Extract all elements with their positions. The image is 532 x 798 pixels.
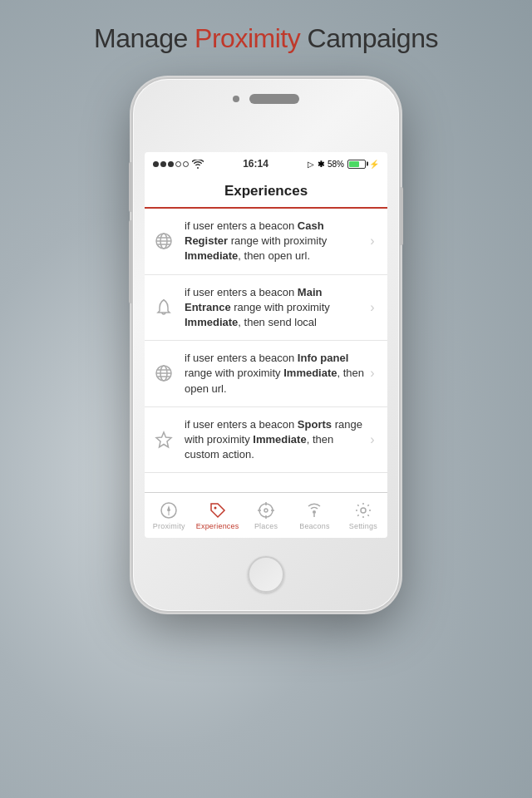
nav-title: Experiences (224, 183, 308, 200)
phone-shell: 16:14 ▷ ✱ 58% ⚡ Experiences (133, 79, 399, 611)
crosshair-icon (257, 501, 275, 520)
signal-dot-5 (183, 161, 189, 167)
tab-beacons[interactable]: Beacons (290, 493, 338, 538)
status-time: 16:14 (243, 158, 268, 170)
location-icon: ▷ (308, 160, 314, 169)
battery-fill (349, 161, 359, 167)
tab-proximity[interactable]: Proximity (145, 493, 193, 538)
battery-icon (347, 160, 366, 169)
signal-dot-3 (168, 161, 174, 167)
experiences-list: if user enters a beacon Cash Register ra… (145, 209, 387, 492)
front-camera (233, 96, 239, 102)
chevron-right-icon: › (366, 433, 379, 446)
svg-point-15 (214, 506, 216, 509)
tab-places-label: Places (254, 522, 278, 530)
page-title: Manage Proximity Campaigns (0, 23, 532, 54)
bell-icon (151, 295, 176, 320)
gear-icon (354, 501, 372, 520)
empty-row (145, 473, 387, 492)
charging-icon: ⚡ (369, 160, 379, 169)
phone-top-bar (233, 94, 299, 104)
list-item-text: if user enters a beacon Sports range wit… (185, 417, 366, 463)
tab-settings[interactable]: Settings (339, 493, 387, 538)
status-right: ▷ ✱ 58% ⚡ (308, 160, 379, 169)
svg-point-24 (361, 508, 366, 513)
svg-marker-11 (156, 432, 171, 447)
tab-experiences-label: Experiences (196, 522, 239, 530)
chevron-right-icon: › (366, 301, 379, 314)
status-left (153, 160, 204, 169)
svg-point-22 (313, 510, 316, 514)
chevron-right-icon: › (366, 367, 379, 380)
list-item-text: if user enters a beacon Cash Register ra… (185, 219, 366, 264)
star-icon (151, 427, 176, 452)
status-bar: 16:14 ▷ ✱ 58% ⚡ (145, 152, 387, 175)
signal-dot-1 (153, 161, 159, 167)
wifi-icon (192, 160, 204, 169)
tab-experiences[interactable]: Experiences (193, 493, 241, 538)
phone-screen: 16:14 ▷ ✱ 58% ⚡ Experiences (145, 152, 387, 538)
signal-dot-4 (175, 161, 181, 167)
signal-indicator (153, 161, 189, 167)
tab-beacons-label: Beacons (299, 522, 329, 530)
compass-icon (160, 501, 178, 520)
home-button[interactable] (248, 556, 284, 593)
tab-settings-label: Settings (349, 522, 377, 530)
svg-marker-13 (167, 505, 170, 512)
signal-icon (305, 501, 323, 520)
list-item-text: if user enters a beacon Main Entrance ra… (185, 285, 366, 331)
list-item[interactable]: if user enters a beacon Main Entrance ra… (145, 275, 387, 342)
list-item-text: if user enters a beacon Info panel range… (185, 351, 366, 397)
svg-point-16 (259, 504, 273, 517)
signal-dot-2 (160, 161, 166, 167)
globe-icon (151, 229, 176, 254)
speaker-grille (249, 94, 299, 104)
tag-icon (209, 501, 227, 520)
list-item[interactable]: if user enters a beacon Cash Register ra… (145, 209, 387, 275)
globe-icon (151, 361, 176, 386)
list-item[interactable]: if user enters a beacon Info panel range… (145, 341, 387, 407)
list-item[interactable]: if user enters a beacon Sports range wit… (145, 407, 387, 474)
tab-proximity-label: Proximity (153, 522, 185, 530)
battery-pct: 58% (328, 160, 344, 169)
navigation-bar: Experiences (145, 175, 387, 209)
tab-places[interactable]: Places (242, 493, 290, 538)
bluetooth-icon: ✱ (318, 160, 324, 169)
svg-point-17 (264, 509, 268, 512)
tab-bar: Proximity Experiences (145, 492, 387, 538)
chevron-right-icon: › (366, 234, 379, 248)
